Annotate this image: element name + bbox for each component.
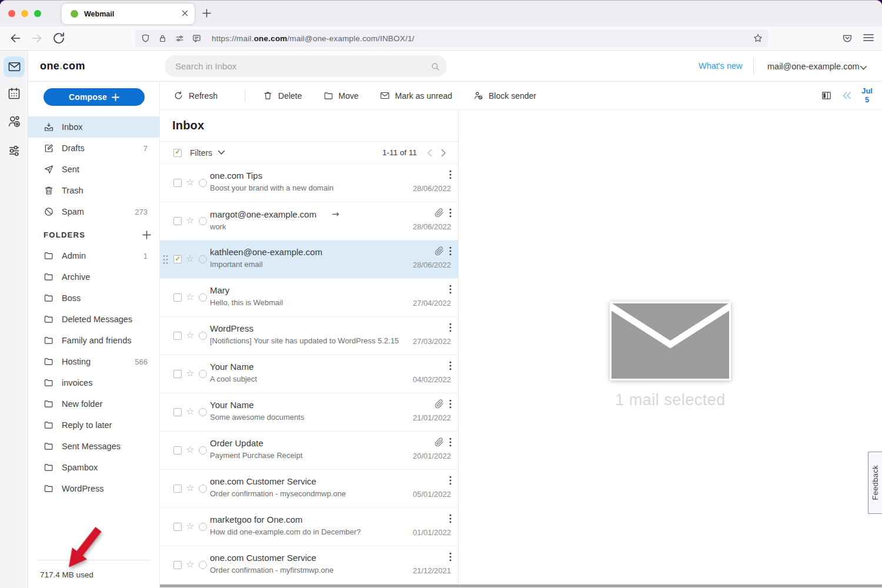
- horizontal-scrollbar[interactable]: [160, 584, 882, 587]
- sidebar-item-spam[interactable]: Spam 273: [28, 201, 159, 222]
- star-icon[interactable]: ☆: [186, 560, 194, 569]
- shield-icon[interactable]: [141, 34, 151, 44]
- url-bar[interactable]: https://mail.one.com/mail@one-example.co…: [135, 29, 769, 47]
- email-row[interactable]: ☆ WordPress [Notifictions] Your site has…: [160, 317, 458, 355]
- email-row[interactable]: ☆ Your Name Some awesome documents 21/01…: [160, 393, 458, 432]
- sidebar-item-inbox[interactable]: Inbox: [28, 116, 159, 138]
- sidebar-folder-item[interactable]: invoices: [28, 372, 159, 393]
- next-page-icon[interactable]: [441, 149, 446, 157]
- email-row[interactable]: ☆ Mary Hello, this is Webmail 27/04/2022: [160, 279, 458, 317]
- read-indicator[interactable]: [199, 485, 207, 493]
- block-sender-button[interactable]: Block sender: [473, 91, 536, 101]
- filters-label[interactable]: Filters: [190, 148, 212, 158]
- star-icon[interactable]: ☆: [186, 254, 194, 263]
- read-indicator[interactable]: [199, 523, 207, 531]
- read-indicator[interactable]: [199, 255, 207, 263]
- compose-button[interactable]: Compose: [44, 88, 145, 106]
- sidebar-folder-item[interactable]: Family and friends: [28, 330, 159, 351]
- forward-icon[interactable]: [30, 31, 44, 45]
- search-icon[interactable]: [430, 62, 440, 72]
- star-icon[interactable]: ☆: [186, 483, 194, 493]
- email-checkbox[interactable]: [173, 523, 182, 531]
- email-checkbox[interactable]: [173, 561, 182, 569]
- one-com-logo[interactable]: one.com: [40, 60, 85, 72]
- email-row[interactable]: ☆ Your Name A cool subject 04/02/2022: [160, 355, 458, 393]
- email-row[interactable]: ☆ margot@one-example.com → work 28/06/20…: [160, 202, 458, 240]
- email-checkbox[interactable]: [173, 446, 182, 455]
- maximize-window-button[interactable]: [34, 10, 41, 17]
- email-row[interactable]: ☆ one.com Tips Boost your brand with a n…: [160, 164, 458, 202]
- star-icon[interactable]: ☆: [186, 407, 194, 416]
- row-menu-kebab-icon[interactable]: [449, 437, 452, 447]
- read-indicator[interactable]: [199, 446, 207, 455]
- read-indicator[interactable]: [199, 332, 207, 340]
- star-icon[interactable]: ☆: [186, 369, 194, 378]
- email-row[interactable]: ☆ one.com Customer Service Order confirm…: [160, 546, 458, 584]
- email-checkbox[interactable]: [173, 293, 182, 302]
- row-menu-kebab-icon[interactable]: [449, 208, 452, 218]
- star-icon[interactable]: ☆: [186, 522, 194, 531]
- rail-contacts-icon[interactable]: [7, 114, 22, 129]
- row-menu-kebab-icon[interactable]: [449, 323, 452, 332]
- refresh-button[interactable]: Refresh: [173, 91, 218, 101]
- rail-mail-icon[interactable]: [4, 56, 25, 77]
- sidebar-folder-item[interactable]: Reply to later: [28, 415, 159, 436]
- email-checkbox[interactable]: [173, 408, 182, 416]
- permissions-icon[interactable]: [175, 34, 185, 44]
- read-indicator[interactable]: [199, 370, 207, 378]
- read-indicator[interactable]: [199, 217, 207, 225]
- email-row[interactable]: ☆ marketgoo for One.com How did one-exam…: [160, 508, 458, 546]
- row-menu-kebab-icon[interactable]: [449, 285, 452, 294]
- email-row[interactable]: ☆ kathleen@one-example.com Important ema…: [160, 240, 458, 279]
- row-menu-kebab-icon[interactable]: [449, 170, 452, 179]
- close-window-button[interactable]: [8, 10, 15, 17]
- move-button[interactable]: Move: [323, 91, 359, 101]
- read-indicator[interactable]: [199, 179, 207, 187]
- delete-button[interactable]: Delete: [263, 91, 302, 101]
- browser-tab[interactable]: Webmail: [62, 4, 195, 24]
- menu-hamburger-icon[interactable]: [863, 33, 874, 42]
- sidebar-folder-item[interactable]: Hosting 566: [28, 351, 159, 372]
- mark-as-unread-button[interactable]: Mark as unread: [380, 91, 452, 101]
- row-menu-kebab-icon[interactable]: [449, 552, 452, 562]
- star-icon[interactable]: ☆: [186, 292, 194, 302]
- row-menu-kebab-icon[interactable]: [449, 514, 452, 523]
- star-icon[interactable]: ☆: [186, 216, 194, 225]
- rail-calendar-icon[interactable]: [7, 86, 21, 101]
- close-tab-icon[interactable]: [181, 9, 189, 17]
- sidebar-folder-item[interactable]: Deleted Messages: [28, 309, 159, 330]
- mini-calendar-date[interactable]: Jul 5: [861, 87, 873, 105]
- row-menu-kebab-icon[interactable]: [449, 399, 452, 409]
- email-checkbox[interactable]: [173, 332, 182, 340]
- rail-settings-icon[interactable]: [7, 143, 21, 158]
- sidebar-folder-item[interactable]: Archive: [28, 266, 159, 288]
- star-icon[interactable]: ☆: [186, 178, 194, 187]
- sidebar-item-trash[interactable]: Trash: [28, 180, 159, 201]
- feedback-tab[interactable]: Feedback: [868, 452, 882, 514]
- sidebar-folder-item[interactable]: WordPress: [28, 478, 159, 499]
- pocket-icon[interactable]: [841, 32, 853, 44]
- select-all-checkbox[interactable]: [173, 149, 182, 157]
- collapse-calendar-icon[interactable]: [841, 91, 853, 101]
- whats-new-link[interactable]: What's new: [699, 61, 743, 71]
- read-indicator[interactable]: [199, 293, 207, 302]
- email-checkbox[interactable]: [173, 217, 182, 225]
- reload-icon[interactable]: [52, 31, 66, 45]
- sidebar-folder-item[interactable]: Admin 1: [28, 245, 159, 266]
- sidebar-folder-item[interactable]: New folder: [28, 393, 159, 415]
- star-icon[interactable]: ☆: [186, 445, 194, 455]
- split-view-icon[interactable]: [821, 90, 832, 101]
- read-indicator[interactable]: [199, 408, 207, 416]
- reader-notes-icon[interactable]: [192, 34, 202, 44]
- new-tab-icon[interactable]: [202, 8, 212, 18]
- lock-icon[interactable]: [158, 34, 168, 44]
- account-chevron-down-icon[interactable]: [860, 65, 867, 71]
- email-checkbox[interactable]: [173, 179, 182, 187]
- account-email[interactable]: mail@one-example.com: [767, 62, 860, 71]
- star-icon[interactable]: ☆: [186, 330, 194, 340]
- email-checkbox[interactable]: [173, 485, 182, 493]
- bookmark-star-icon[interactable]: [753, 33, 763, 44]
- search-input[interactable]: [165, 55, 447, 77]
- email-checkbox[interactable]: [173, 255, 182, 263]
- sidebar-folder-item[interactable]: Sent Messages: [28, 436, 159, 457]
